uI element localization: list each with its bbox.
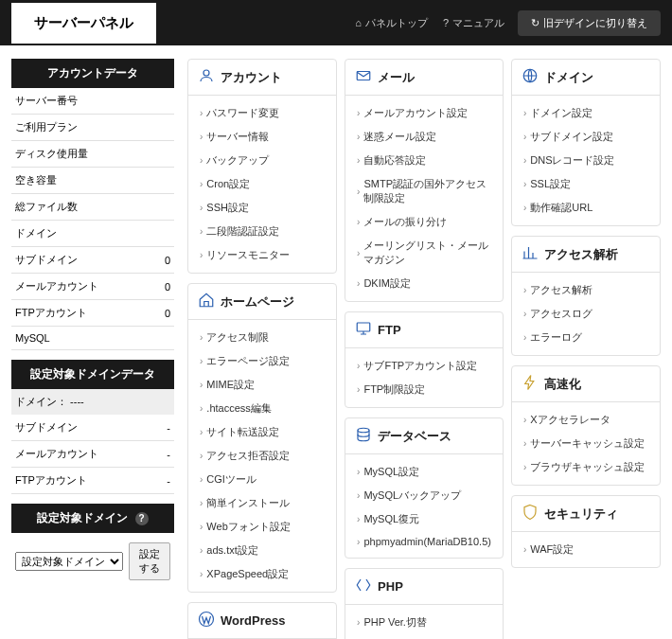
content-col-2: メール ›メールアカウント設定›迷惑メール設定›自動応答設定›SMTP認証の国外… [345, 59, 504, 639]
panel-link-account-0[interactable]: ›パスワード変更 [192, 101, 332, 125]
panel-link-mail-1[interactable]: ›迷惑メール設定 [349, 125, 499, 149]
panel-link-account-5[interactable]: ›二段階認証設定 [192, 220, 332, 243]
panel-link-homepage-0[interactable]: ›アクセス制限 [192, 326, 332, 349]
panel-link-access-1[interactable]: ›アクセスログ [516, 302, 656, 326]
panel-link-database-3[interactable]: ›phpmyadmin(MariaDB10.5) [349, 531, 499, 552]
panel-link-security-0[interactable]: ›WAF設定 [516, 538, 656, 561]
panel-link-homepage-9[interactable]: ›ads.txt設定 [192, 539, 332, 562]
panel-body-database: ›MySQL設定›MySQLバックアップ›MySQL復元›phpmyadmin(… [345, 454, 503, 558]
panel-link-label: サイト転送設定 [206, 425, 279, 439]
row-value: 0 [153, 247, 174, 274]
row-label: サーバー番号 [11, 88, 153, 115]
table-row: 総ファイル数 [11, 194, 174, 221]
panel-link-label: SMTP認証の国外アクセス制限設定 [363, 177, 491, 205]
old-design-button[interactable]: ↻ 旧デザインに切り替え [518, 10, 661, 36]
chevron-right-icon: › [357, 217, 360, 227]
panel-link-homepage-6[interactable]: ›CGIツール [192, 468, 332, 491]
panel-link-homepage-1[interactable]: ›エラーページ設定 [192, 349, 332, 373]
panel-link-domain-2[interactable]: ›DNSレコード設定 [516, 149, 656, 172]
panel-link-database-0[interactable]: ›MySQL設定 [349, 460, 499, 484]
row-value [153, 168, 174, 194]
row-value [153, 194, 174, 221]
panel-link-homepage-8[interactable]: ›Webフォント設定 [192, 515, 332, 539]
panel-link-mail-4[interactable]: ›メールの振り分け [349, 210, 499, 234]
panel-link-database-1[interactable]: ›MySQLバックアップ [349, 484, 499, 507]
panel-link-mail-6[interactable]: ›DKIM設定 [349, 272, 499, 295]
panel-link-label: CGIツール [206, 472, 256, 487]
database-icon [355, 426, 372, 446]
panel-link-domain-4[interactable]: ›動作確認URL [516, 196, 656, 220]
panel-title-label: FTP [378, 323, 401, 337]
panel-head-access: アクセス解析 [512, 237, 660, 273]
row-value [153, 327, 174, 350]
panel-link-homepage-4[interactable]: ›サイト転送設定 [192, 420, 332, 444]
chevron-right-icon: › [200, 132, 203, 142]
panel-link-label: DNSレコード設定 [530, 153, 614, 168]
panel-link-php-0[interactable]: ›PHP Ver.切替 [349, 611, 499, 634]
chevron-right-icon: › [200, 474, 203, 485]
chevron-right-icon: › [357, 278, 360, 289]
panel-link-account-3[interactable]: ›Cron設定 [192, 172, 332, 196]
panel-link-label: 迷惑メール設定 [363, 130, 436, 144]
panel-link-mail-5[interactable]: ›メーリングリスト・メールマガジン [349, 234, 499, 272]
chevron-right-icon: › [200, 427, 203, 437]
panel-link-database-2[interactable]: ›MySQL復元 [349, 507, 499, 531]
sidebar: アカウントデータ サーバー番号 ご利用プラン ディスク使用量 空き容量 総ファイ… [11, 59, 174, 590]
panel-link-homepage-5[interactable]: ›アクセス拒否設定 [192, 444, 332, 468]
panel-title-label: PHP [378, 579, 403, 594]
panel-link-speed-1[interactable]: ›サーバーキャッシュ設定 [516, 432, 656, 455]
panel-link-label: SSL設定 [530, 177, 571, 191]
panel-link-php-1[interactable]: ›php.ini設定 [349, 634, 499, 639]
help-badge-icon[interactable]: ? [135, 512, 149, 525]
panel-head-wordpress: WordPress [188, 603, 336, 639]
panel-link-ftp-0[interactable]: ›サブFTPアカウント設定 [349, 354, 499, 378]
panel-link-homepage-2[interactable]: ›MIME設定 [192, 373, 332, 397]
panel-domain: ドメイン ›ドメイン設定›サブドメイン設定›DNSレコード設定›SSL設定›動作… [511, 59, 661, 226]
panel-link-homepage-7[interactable]: ›簡単インストール [192, 491, 332, 515]
svg-rect-2 [357, 72, 370, 80]
panel-link-ftp-1[interactable]: ›FTP制限設定 [349, 378, 499, 401]
panel-link-domain-3[interactable]: ›SSL設定 [516, 172, 656, 196]
panel-link-speed-2[interactable]: ›ブラウザキャッシュ設定 [516, 455, 656, 479]
speed-icon [522, 374, 539, 394]
table-row: サブドメイン - [11, 415, 174, 441]
panel-link-homepage-10[interactable]: ›XPageSpeed設定 [192, 562, 332, 586]
domain-set-button[interactable]: 設定する [129, 542, 170, 580]
panel-top-link[interactable]: ⌂ パネルトップ [355, 16, 428, 30]
panel-link-label: Cron設定 [206, 177, 250, 191]
panel-access: アクセス解析 ›アクセス解析›アクセスログ›エラーログ [511, 236, 661, 356]
old-design-label: 旧デザインに切り替え [543, 16, 647, 30]
domain-select[interactable]: 設定対象ドメイン [15, 552, 123, 571]
panel-link-mail-2[interactable]: ›自動応答設定 [349, 149, 499, 172]
panel-link-domain-0[interactable]: ›ドメイン設定 [516, 101, 656, 125]
panel-link-label: phpmyadmin(MariaDB10.5) [363, 536, 491, 547]
panel-link-label: メールの振り分け [363, 215, 447, 229]
chevron-right-icon: › [523, 309, 526, 319]
panel-head-mail: メール [345, 60, 503, 96]
panel-wordpress: WordPress ›WordPress簡単インストール›WordPress簡単… [187, 602, 337, 639]
ftp-icon [355, 320, 372, 340]
row-value [153, 141, 174, 168]
panel-link-label: 簡単インストール [206, 496, 290, 510]
panel-link-domain-1[interactable]: ›サブドメイン設定 [516, 125, 656, 149]
panel-link-access-2[interactable]: ›エラーログ [516, 326, 656, 349]
panel-link-homepage-3[interactable]: ›.htaccess編集 [192, 397, 332, 420]
panel-security: セキュリティ ›WAF設定 [511, 495, 661, 568]
panel-link-account-6[interactable]: ›リソースモニター [192, 243, 332, 267]
panel-link-label: アクセス解析 [530, 283, 592, 297]
panel-link-account-2[interactable]: ›バックアップ [192, 149, 332, 172]
panel-link-access-0[interactable]: ›アクセス解析 [516, 278, 656, 302]
panel-link-label: .htaccess編集 [206, 401, 271, 416]
panel-link-account-4[interactable]: ›SSH設定 [192, 196, 332, 220]
panel-title-label: アクセス解析 [544, 246, 618, 263]
panel-link-account-1[interactable]: ›サーバー情報 [192, 125, 332, 149]
panel-link-speed-0[interactable]: ›Xアクセラレータ [516, 408, 656, 432]
chevron-right-icon: › [357, 537, 360, 547]
chevron-right-icon: › [357, 132, 360, 142]
manual-link[interactable]: ? マニュアル [443, 16, 504, 30]
panel-link-mail-3[interactable]: ›SMTP認証の国外アクセス制限設定 [349, 172, 499, 210]
panel-link-label: MySQLバックアップ [363, 488, 461, 503]
chevron-right-icon: › [357, 155, 360, 166]
row-label: FTPアカウント [11, 300, 153, 327]
panel-link-mail-0[interactable]: ›メールアカウント設定 [349, 101, 499, 125]
